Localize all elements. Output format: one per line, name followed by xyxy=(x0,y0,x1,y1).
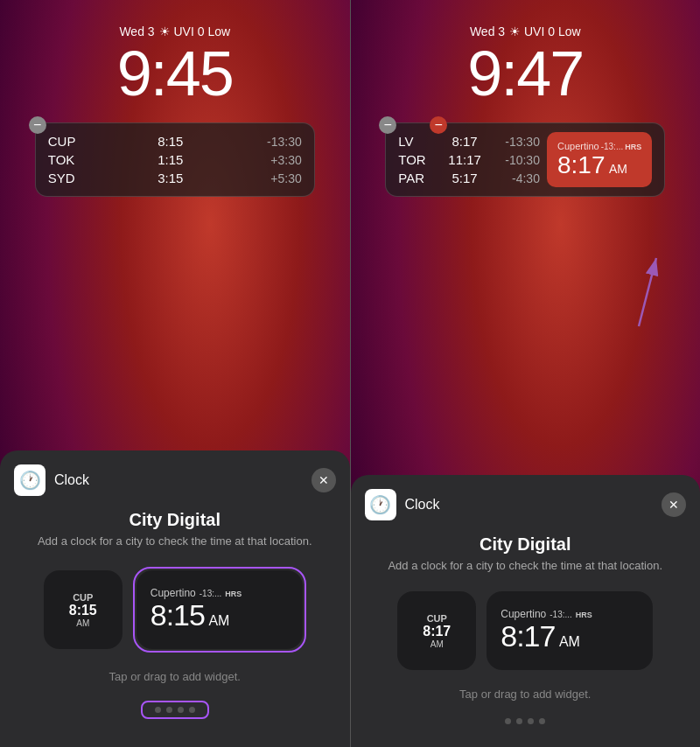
right-wch-time: 8:17 xyxy=(557,151,606,178)
left-main-time: 9:45 xyxy=(117,42,233,105)
right-widget-options: CUP 8:17 AM Cupertino -13:... HRS 8:17 A… xyxy=(365,591,687,670)
right-widget-minus-red[interactable]: − xyxy=(430,116,447,134)
right-wc-offset-2: -4:30 xyxy=(492,171,540,185)
right-lw-time-row: 8:17 AM xyxy=(500,620,639,653)
right-lw-ampm: AM xyxy=(559,634,580,649)
right-dots-row xyxy=(365,718,687,724)
left-close-btn[interactable]: ✕ xyxy=(312,468,336,492)
right-wc-rows: LV 8:17 -13:30 TOR 11:17 -10:30 PAR 5:17… xyxy=(398,132,540,187)
right-wc-row-0: LV 8:17 -13:30 xyxy=(398,132,540,150)
right-wc-time-0: 8:17 xyxy=(452,134,478,149)
arrow-svg xyxy=(604,249,674,328)
left-dot-0 xyxy=(155,707,161,713)
right-dot-1 xyxy=(516,718,522,724)
right-sheet-header: 🕐 Clock ✕ xyxy=(365,489,687,520)
right-uvi: ☀ UVI 0 Low xyxy=(509,24,580,38)
right-close-btn[interactable]: ✕ xyxy=(662,492,686,517)
right-wc-city-1: TOR xyxy=(398,152,438,167)
right-sw-ampm: AM xyxy=(430,639,444,649)
right-lw-time: 8:17 xyxy=(500,619,555,653)
left-large-widget: Cupertino -13:... HRS 8:15 AM xyxy=(136,570,303,649)
left-dot-2 xyxy=(178,707,184,713)
left-lw-time-row: 8:15 AM xyxy=(150,599,289,632)
arrow-annotation xyxy=(604,249,674,332)
left-wc-row-1: TOK 1:15 +3:30 xyxy=(48,150,302,169)
left-wc-time-2: 3:15 xyxy=(158,171,183,185)
left-large-widget-wrapper[interactable]: Cupertino -13:... HRS 8:15 AM xyxy=(133,567,306,653)
right-dot-2 xyxy=(528,718,534,724)
left-tap-drag: Tap or drag to add widget. xyxy=(14,670,336,683)
right-lw-label-row: Cupertino -13:... HRS xyxy=(500,608,639,620)
right-widget-title: City Digital xyxy=(365,534,687,555)
right-world-clock-widget: − LV 8:17 -13:30 TOR 11:17 -10:30 PAR 5:… xyxy=(385,122,665,197)
left-dot-3 xyxy=(189,707,195,713)
left-small-widget[interactable]: CUP 8:15 AM xyxy=(44,570,122,649)
right-wc-time-2: 5:17 xyxy=(452,171,478,185)
left-wc-offset-0: -13:30 xyxy=(254,135,302,149)
right-sw-time: 8:17 xyxy=(423,624,451,639)
left-wc-city-0: CUP xyxy=(48,134,88,149)
right-wch-city: Cupertino xyxy=(557,141,599,151)
right-wc-time-1: 11:17 xyxy=(448,152,481,167)
left-wc-row-2: SYD 3:15 +5:30 xyxy=(48,169,302,187)
left-wc-offset-1: +3:30 xyxy=(254,153,302,167)
left-bottom-sheet: 🕐 Clock ✕ City Digital Add a clock for a… xyxy=(0,450,350,747)
right-bottom-sheet: 🕐 Clock ✕ City Digital Add a clock for a… xyxy=(351,475,701,747)
right-wch-hrs: HRS xyxy=(625,143,641,151)
left-widget-options: CUP 8:15 AM Cupertino -13:... HRS 8:15 A… xyxy=(14,567,336,653)
right-widget-desc: Add a clock for a city to check the time… xyxy=(365,558,687,574)
left-wc-row-0: CUP 8:15 -13:30 xyxy=(48,132,302,150)
right-lw-city: Cupertino xyxy=(500,608,546,620)
left-status: Wed 3 ☀ UVI 0 Low xyxy=(119,24,230,38)
right-wch-label: Cupertino -13:... HRS xyxy=(557,141,641,151)
left-sw-time: 8:15 xyxy=(69,603,97,618)
svg-line-1 xyxy=(639,258,656,326)
left-clock-icon: 🕐 xyxy=(14,464,46,496)
left-world-clock-widget: CUP 8:15 -13:30 TOK 1:15 +3:30 SYD 3:15 … xyxy=(35,122,315,197)
left-wc-time-0: 8:15 xyxy=(158,134,183,149)
left-lw-hrs: HRS xyxy=(225,590,242,598)
right-tap-drag: Tap or drag to add widget. xyxy=(365,688,687,701)
left-widget-desc: Add a clock for a city to check the time… xyxy=(14,534,336,549)
right-sheet-title: Clock xyxy=(405,497,654,513)
right-widget-minus[interactable] xyxy=(379,116,396,134)
left-lw-city: Cupertino xyxy=(150,587,196,599)
right-wch-offset: -13:... xyxy=(601,142,624,151)
left-lw-offset: -13:... xyxy=(200,589,222,598)
right-sw-city: CUP xyxy=(427,613,447,624)
left-wc-time-1: 1:15 xyxy=(158,152,183,167)
right-wc-city-0: LV xyxy=(398,134,438,149)
left-sw-ampm: AM xyxy=(76,618,89,628)
left-lw-time: 8:15 xyxy=(150,598,205,632)
right-wc-offset-1: -10:30 xyxy=(492,153,540,167)
right-wch-ampm: AM xyxy=(609,162,627,176)
right-small-widget[interactable]: CUP 8:17 AM xyxy=(397,591,476,670)
left-panel: Wed 3 ☀ UVI 0 Low 9:45 CUP 8:15 -13:30 T… xyxy=(0,0,350,747)
left-sw-city: CUP xyxy=(73,592,93,603)
right-status: Wed 3 ☀ UVI 0 Low xyxy=(470,24,581,38)
right-wch-time-row: 8:17 AM xyxy=(557,151,627,179)
right-date: Wed 3 xyxy=(470,24,505,38)
left-sheet-title: Clock xyxy=(54,472,303,488)
right-lw-offset: -13:... xyxy=(550,610,572,619)
left-wc-offset-2: +5:30 xyxy=(254,171,302,185)
left-wc-city-2: SYD xyxy=(48,171,88,185)
right-main-time: 9:47 xyxy=(467,42,583,105)
right-large-widget[interactable]: Cupertino -13:... HRS 8:17 AM xyxy=(486,591,653,670)
left-lw-label-row: Cupertino -13:... HRS xyxy=(150,587,289,599)
left-widget-minus[interactable] xyxy=(29,116,46,134)
left-wc-city-1: TOK xyxy=(48,152,88,167)
right-dot-3 xyxy=(539,718,545,724)
right-wc-row-2: PAR 5:17 -4:30 xyxy=(398,169,540,187)
right-wc-row-1: TOR 11:17 -10:30 xyxy=(398,150,540,169)
right-wc-offset-0: -13:30 xyxy=(492,135,540,149)
right-wc-highlighted: Cupertino -13:... HRS 8:17 AM xyxy=(547,132,652,187)
right-clock-icon: 🕐 xyxy=(365,489,396,520)
left-dot-1 xyxy=(166,707,172,713)
left-widget-title: City Digital xyxy=(14,510,336,530)
left-lw-ampm: AM xyxy=(208,613,229,628)
left-dots-container xyxy=(141,701,209,719)
right-panel: Wed 3 ☀ UVI 0 Low 9:47 − LV 8:17 -13:30 … xyxy=(351,0,701,747)
left-sheet-header: 🕐 Clock ✕ xyxy=(14,464,336,496)
left-uvi: ☀ UVI 0 Low xyxy=(159,24,230,38)
